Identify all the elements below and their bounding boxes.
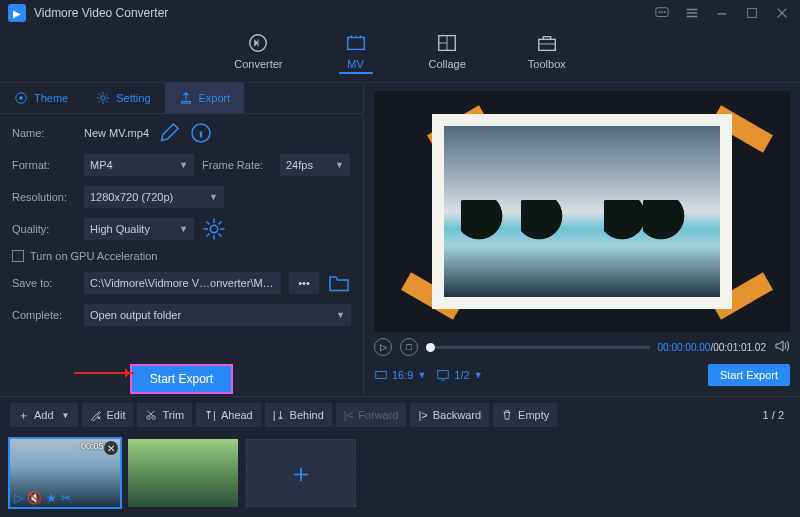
framerate-label: Frame Rate: (202, 159, 272, 171)
svg-point-13 (210, 225, 218, 233)
minimize-icon[interactable] (712, 5, 732, 21)
clip-thumbnail[interactable]: 00:05:31 ✕ ▷ 🔇 ★ ✂ (10, 439, 120, 507)
open-folder-icon[interactable] (327, 272, 351, 294)
start-export-button-side[interactable]: Start Export (708, 364, 790, 386)
behind-label: Behind (290, 409, 324, 421)
chevron-down-icon: ▼ (179, 224, 188, 234)
stop-button[interactable]: □ (400, 338, 418, 356)
clip-thumbnail[interactable] (128, 439, 238, 507)
maximize-icon[interactable] (742, 5, 762, 21)
chevron-down-icon: ▼ (335, 160, 344, 170)
subtab-theme[interactable]: Theme (0, 83, 82, 113)
tab-mv[interactable]: MV (339, 30, 373, 74)
page-indicator: 1 / 2 (763, 409, 790, 421)
gpu-label: Turn on GPU Acceleration (30, 250, 157, 262)
backward-button[interactable]: |>Backward (410, 403, 489, 427)
plus-icon: ＋ (288, 456, 314, 491)
tab-toolbox[interactable]: Toolbox (522, 30, 572, 74)
svg-rect-15 (438, 371, 449, 379)
edit-button[interactable]: Edit (82, 403, 134, 427)
menu-icon[interactable] (682, 5, 702, 21)
format-select[interactable]: MP4▼ (84, 154, 194, 176)
subtab-theme-label: Theme (34, 92, 68, 104)
ratio-bar: 16:9 ▼ 1/2 ▼ Start Export (374, 362, 790, 388)
chevron-down-icon: ▼ (417, 370, 426, 380)
title-bar: ▶ Vidmore Video Converter (0, 0, 800, 26)
subtab-setting[interactable]: Setting (82, 83, 164, 113)
empty-button[interactable]: Empty (493, 403, 557, 427)
saveto-label: Save to: (12, 277, 76, 289)
feedback-icon[interactable] (652, 5, 672, 21)
ahead-label: Ahead (221, 409, 253, 421)
svg-point-1 (659, 11, 661, 13)
forward-label: Forward (358, 409, 398, 421)
saveto-value: C:\Vidmore\Vidmore V…onverter\MV Exporte… (90, 277, 275, 289)
thumbnail-strip: 00:05:31 ✕ ▷ 🔇 ★ ✂ ＋ (0, 433, 800, 517)
add-button[interactable]: ＋Add▼ (10, 403, 78, 427)
remove-clip-icon[interactable]: ✕ (104, 441, 118, 455)
seek-slider[interactable] (426, 346, 650, 349)
forward-button[interactable]: |<Forward (336, 403, 407, 427)
chevron-down-icon: ▼ (179, 160, 188, 170)
edit-name-icon[interactable] (157, 122, 181, 144)
empty-label: Empty (518, 409, 549, 421)
add-clip-placeholder[interactable]: ＋ (246, 439, 356, 507)
complete-select[interactable]: Open output folder▼ (84, 304, 351, 326)
gpu-checkbox[interactable]: Turn on GPU Acceleration (12, 250, 157, 262)
chevron-down-icon: ▼ (336, 310, 345, 320)
aspect-ratio-select[interactable]: 16:9 ▼ (374, 368, 426, 382)
edit-label: Edit (107, 409, 126, 421)
tab-collage[interactable]: Collage (423, 30, 472, 74)
quality-value: High Quality (90, 223, 150, 235)
tab-converter-label: Converter (234, 58, 282, 70)
complete-value: Open output folder (90, 309, 181, 321)
subtab-export[interactable]: Export (165, 83, 245, 113)
tab-mv-label: MV (347, 58, 364, 70)
svg-point-17 (152, 416, 155, 419)
svg-point-16 (147, 416, 150, 419)
close-icon[interactable] (772, 5, 792, 21)
framerate-select[interactable]: 24fps▼ (280, 154, 350, 176)
play-icon[interactable]: ▷ (14, 491, 23, 505)
top-nav: Converter MV Collage Toolbox (0, 26, 800, 83)
zoom-select[interactable]: 1/2 ▼ (436, 368, 482, 382)
browse-button[interactable]: ••• (289, 272, 319, 294)
volume-icon[interactable] (774, 338, 790, 356)
quality-select[interactable]: High Quality▼ (84, 218, 194, 240)
preview-canvas (374, 91, 790, 332)
preview-pane: ▷ □ 00:00:00.00/00:01:01.02 16:9 ▼ 1/2 ▼… (364, 83, 800, 396)
quality-settings-icon[interactable] (202, 218, 226, 240)
svg-rect-14 (376, 372, 387, 379)
behind-button[interactable]: |⤓Behind (265, 403, 332, 427)
play-button[interactable]: ▷ (374, 338, 392, 356)
info-icon[interactable] (189, 122, 213, 144)
framerate-value: 24fps (286, 159, 313, 171)
svg-rect-4 (748, 9, 757, 18)
tab-toolbox-label: Toolbox (528, 58, 566, 70)
tab-converter[interactable]: Converter (228, 30, 288, 74)
chevron-down-icon: ▼ (209, 192, 218, 202)
transport-bar: ▷ □ 00:00:00.00/00:01:01.02 (374, 332, 790, 362)
name-value: New MV.mp4 (84, 127, 149, 139)
chevron-down-icon: ▼ (62, 411, 70, 420)
saveto-field[interactable]: C:\Vidmore\Vidmore V…onverter\MV Exporte… (84, 272, 281, 294)
svg-point-3 (664, 11, 666, 13)
star-icon[interactable]: ★ (46, 491, 57, 505)
annotation-arrow (74, 372, 134, 374)
trim-button[interactable]: Trim (137, 403, 192, 427)
resolution-label: Resolution: (12, 191, 76, 203)
name-label: Name: (12, 127, 76, 139)
ahead-button[interactable]: ⤒|Ahead (196, 403, 261, 427)
app-title: Vidmore Video Converter (34, 6, 652, 20)
mute-icon[interactable]: 🔇 (27, 491, 42, 505)
cut-icon[interactable]: ✂ (61, 491, 71, 505)
svg-rect-8 (539, 39, 556, 50)
svg-point-10 (19, 96, 23, 100)
chevron-down-icon: ▼ (474, 370, 483, 380)
tab-collage-label: Collage (429, 58, 466, 70)
resolution-select[interactable]: 1280x720 (720p)▼ (84, 186, 224, 208)
subtab-export-label: Export (199, 92, 231, 104)
preview-image (444, 126, 720, 297)
time-elapsed: 00:00:00.00 (658, 342, 711, 353)
start-export-button[interactable]: Start Export (130, 364, 233, 394)
